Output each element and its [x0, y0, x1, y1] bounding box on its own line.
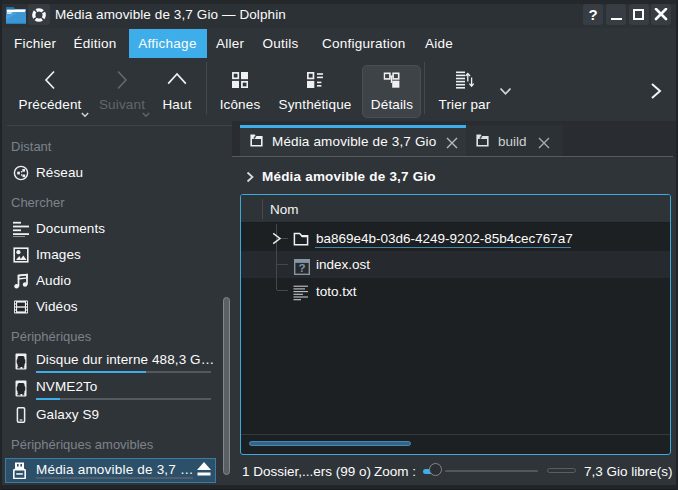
- svg-text:?: ?: [298, 262, 305, 274]
